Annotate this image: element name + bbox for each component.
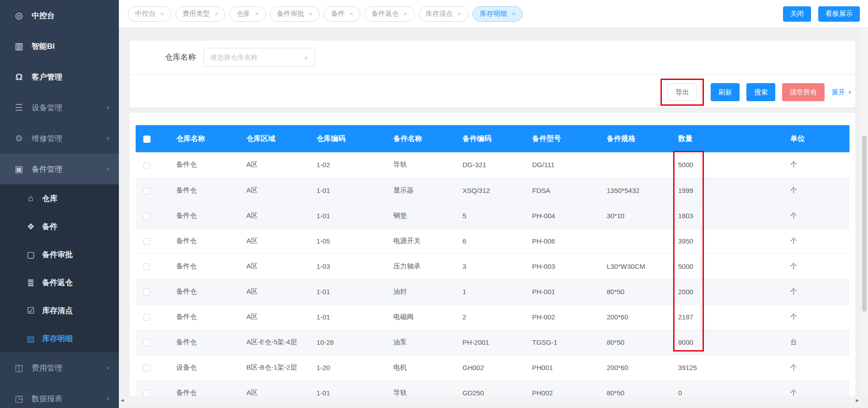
table-row: 设备仓 B区-B仓-1架-2层 1-20 电机 GH002 PH001 200*… (136, 355, 849, 380)
sidebar-item[interactable]: ◎ 中控台 (0, 0, 119, 31)
cell-part-name: 电磁阀 (389, 304, 458, 329)
row-checkbox[interactable] (143, 339, 150, 346)
search-button[interactable]: 搜索 (746, 83, 775, 101)
cell-area: A区 (242, 228, 312, 253)
tabbar-actions: 关闭 看板展示 (783, 6, 860, 22)
row-checkbox[interactable] (143, 263, 150, 270)
row-checkbox[interactable] (143, 162, 150, 169)
cell-unit: 个 (786, 228, 849, 253)
warehouse-name-select[interactable]: 请选择仓库名称 ∨ (203, 48, 315, 67)
row-checkbox[interactable] (143, 289, 150, 295)
tab-pill[interactable]: 库存明细 × (472, 6, 523, 22)
sidebar-item-label: 维修管理 (32, 133, 62, 144)
tab-pill[interactable]: 备件 × (324, 6, 360, 22)
sidebar-item[interactable]: ≣ 备件返仓 (0, 268, 119, 296)
cell-warehouse: 备件仓 (172, 279, 242, 304)
sidebar-item[interactable]: ▥ 智能BI (0, 31, 119, 61)
scroll-right-arrow-icon[interactable]: ▶ (856, 398, 859, 403)
cell-model: PH-004 (528, 203, 602, 228)
cell-qty: 3950 (674, 228, 786, 253)
tab-list: 中控台 × 费用类型 × 仓库 × 备件审批 × (128, 6, 523, 22)
expand-link[interactable]: 展开 ∨ (831, 88, 852, 97)
sidebar-item-label: 费用管理 (32, 363, 62, 373)
sidebar-item[interactable]: Ω 客户管理 (0, 61, 119, 92)
cell-unit: 个 (786, 152, 849, 178)
tab-label: 费用类型 (183, 9, 210, 18)
refresh-button[interactable]: 刷新 (711, 83, 740, 101)
row-checkbox[interactable] (143, 213, 150, 220)
select-all-checkbox[interactable] (143, 136, 151, 143)
vertical-scrollbar[interactable] (861, 28, 868, 396)
close-icon[interactable]: × (404, 10, 407, 17)
horizontal-scrollbar[interactable]: ◀ ▶ (119, 396, 861, 404)
cell-part-code: GH002 (458, 355, 528, 380)
cell-code: 1-01 (312, 380, 389, 396)
sidebar-item[interactable]: ⚙ 维修管理 ∨ (0, 123, 119, 154)
cell-area: A区 (242, 380, 312, 396)
close-icon[interactable]: × (309, 10, 313, 17)
cell-model: FDSA (528, 178, 602, 203)
sidebar-item[interactable]: ⌂ 仓库 (0, 184, 119, 212)
sidebar-item[interactable]: ◫ 费用管理 ∨ (0, 352, 119, 383)
sidebar-item-label: 库存清点 (42, 305, 73, 316)
cell-part-name: 导轨 (389, 380, 458, 396)
sidebar-item[interactable]: ❖ 备件 (0, 212, 119, 240)
clear-all-button[interactable]: 清空所有 (782, 83, 825, 101)
tab-pill[interactable]: 仓库 × (229, 6, 266, 22)
sidebar-item-icon: ▤ (25, 333, 37, 344)
cell-part-code: 6 (458, 228, 528, 253)
column-header-part-name: 备件名称 (389, 125, 458, 152)
tab-pill[interactable]: 中控台 × (128, 6, 171, 22)
table-row: 备件仓 A区 1-01 油封 1 PH-001 80*50 2000 个 (136, 279, 849, 304)
close-icon[interactable]: × (458, 10, 462, 17)
tab-pill[interactable]: 库存清点 × (419, 6, 469, 22)
row-checkbox[interactable] (143, 390, 150, 396)
column-header-qty: 数量 (674, 125, 786, 152)
export-button[interactable]: 导出 (667, 84, 697, 101)
sidebar-item[interactable]: ▢ 备件审批 (0, 240, 119, 268)
sidebar-item[interactable]: ☰ 设备管理 ∨ (0, 92, 119, 123)
cell-model: PH-006 (528, 228, 602, 253)
sidebar-item[interactable]: ▣ 备件管理 ∧ (0, 154, 119, 184)
cell-unit: 个 (786, 253, 849, 279)
tab-pill[interactable]: 备件返仓 × (364, 6, 415, 22)
cell-qty: 1999 (674, 178, 786, 203)
sidebar-item-icon: ▥ (13, 41, 25, 52)
cell-model: TGSG-1 (528, 329, 602, 355)
column-header-spec: 备件规格 (602, 125, 674, 152)
cell-code: 1-01 (312, 203, 389, 228)
cell-code: 1-03 (312, 253, 389, 279)
sidebar-item-label: 仓库 (42, 193, 57, 204)
close-icon[interactable]: × (160, 10, 164, 17)
sidebar-item-label: 客户管理 (32, 72, 62, 82)
cell-unit: 个 (786, 203, 849, 228)
tab-label: 库存清点 (426, 9, 453, 18)
sidebar-item-label: 备件管理 (32, 164, 62, 174)
row-checkbox[interactable] (143, 238, 150, 245)
sidebar-item[interactable]: ☑ 库存清点 (0, 296, 119, 324)
cell-warehouse: 备件仓 (172, 329, 242, 355)
sidebar-item[interactable]: ◳ 数据报表 ∨ (0, 383, 119, 408)
sidebar: ◎ 中控台 ▥ 智能BI Ω 客户管理 ☰ 设备管理 ∨ (0, 0, 119, 408)
vertical-scrollbar-thumb[interactable] (862, 136, 867, 312)
close-icon[interactable]: × (215, 10, 218, 17)
close-icon[interactable]: × (349, 10, 353, 17)
row-checkbox[interactable] (143, 188, 150, 194)
close-page-button[interactable]: 关闭 (783, 6, 811, 22)
tab-label: 库存明细 (480, 9, 507, 18)
sidebar-item-label: 备件返仓 (42, 277, 73, 288)
tab-pill[interactable]: 费用类型 × (175, 6, 226, 22)
board-display-button[interactable]: 看板展示 (818, 6, 860, 22)
scroll-left-arrow-icon[interactable]: ◀ (121, 398, 124, 403)
tab-pill[interactable]: 备件审批 × (270, 6, 320, 22)
cell-part-code: 3 (458, 253, 528, 279)
table-header: 仓库名称 仓库区域 仓库编码 备件名称 备件编码 备件型号 备件规格 数量 单位 (136, 125, 849, 152)
cell-area: A区 (242, 304, 312, 329)
close-icon[interactable]: × (255, 10, 259, 17)
close-icon[interactable]: × (512, 10, 515, 17)
cell-spec (602, 228, 674, 253)
row-checkbox[interactable] (143, 365, 150, 371)
row-checkbox[interactable] (143, 314, 150, 321)
filter-card: 仓库名称 请选择仓库名称 ∨ 导出 刷新 搜索 清空所有 展开 ∨ (130, 41, 855, 108)
sidebar-item[interactable]: ▤ 库存明细 (0, 324, 119, 352)
